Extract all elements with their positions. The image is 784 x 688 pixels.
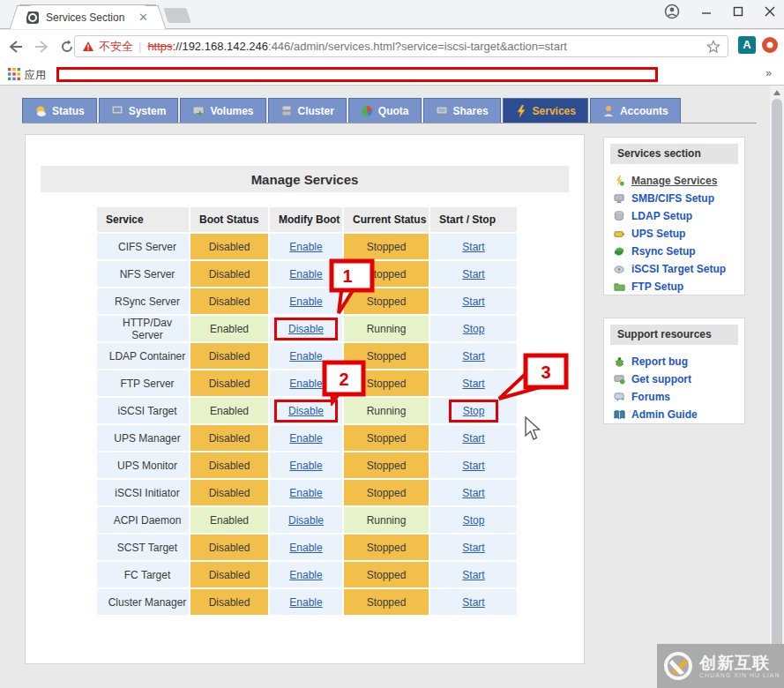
sidebar-item-label: Report bug — [631, 355, 688, 368]
start-link[interactable]: Start — [462, 241, 484, 253]
services-icon — [515, 105, 527, 117]
page-title: Manage Services — [41, 166, 569, 192]
enable-link[interactable]: Enable — [289, 268, 322, 280]
current-status-cell: Stopped — [344, 234, 429, 259]
sidebar-item-ldap-setup[interactable]: LDAP Setup — [610, 207, 738, 225]
nav-tab-quota[interactable]: Quota — [348, 98, 422, 123]
new-tab-button[interactable] — [163, 8, 191, 23]
bookmark-star-icon[interactable] — [706, 40, 721, 54]
nav-tab-shares[interactable]: Shares — [423, 98, 501, 123]
boot-status-cell: Disabled — [190, 480, 268, 505]
scroll-up-arrow[interactable] — [773, 90, 780, 95]
modify-boot-cell: Disable — [270, 507, 342, 533]
sidebar-item-manage-services[interactable]: Manage Services — [610, 172, 738, 190]
services-section-panel: Services section Manage ServicesSMB/CIFS… — [603, 137, 745, 295]
accounts-icon — [602, 105, 615, 117]
extension-circle-icon[interactable] — [761, 36, 779, 54]
stop-link[interactable]: Stop — [463, 405, 485, 417]
enable-link[interactable]: Enable — [289, 487, 322, 499]
nav-tab-label: Status — [52, 105, 85, 117]
start-link[interactable]: Start — [462, 542, 484, 554]
start-link[interactable]: Start — [462, 487, 484, 499]
bookmarks-apps-label[interactable]: 应用 — [25, 68, 46, 83]
nav-tab-accounts[interactable]: Accounts — [590, 98, 681, 123]
modify-boot-cell: Enable — [270, 480, 342, 505]
table-row: CIFS ServerDisabledEnableStoppedStart — [97, 234, 517, 259]
enable-link[interactable]: Enable — [289, 569, 322, 581]
forward-button[interactable] — [32, 37, 51, 56]
current-status-cell: Stopped — [344, 562, 429, 587]
browser-tab[interactable]: Services Section ✕ — [19, 4, 156, 29]
service-name-cell: LDAP Container — [97, 343, 189, 369]
sidebar-item-label: LDAP Setup — [631, 210, 692, 222]
enable-link[interactable]: Enable — [289, 295, 322, 308]
enable-link[interactable]: Enable — [289, 432, 322, 445]
nav-tab-volumes[interactable]: Volumes — [180, 98, 265, 123]
sidebar-item-ups-setup[interactable]: UPS Setup — [610, 225, 738, 243]
maximize-icon[interactable] — [733, 6, 743, 17]
boot-status-cell: Disabled — [190, 234, 268, 259]
profile-icon[interactable] — [664, 4, 680, 19]
sidebar-item-iscsi-target-setup[interactable]: iSCSI Target Setup — [610, 260, 738, 278]
start-link[interactable]: Start — [462, 569, 484, 581]
nav-tab-cluster[interactable]: Cluster — [268, 98, 347, 123]
bookmarks-overflow-chevron[interactable]: » — [765, 67, 772, 79]
start-stop-cell: Start — [430, 535, 517, 560]
address-bar[interactable]: 不安全 | https://192.168.142.246:446/admin/… — [74, 35, 728, 57]
services-section-title: Services section — [610, 144, 738, 164]
start-link[interactable]: Start — [462, 295, 484, 308]
enable-link[interactable]: Enable — [289, 596, 322, 609]
column-header: Modify Boot — [270, 207, 342, 232]
start-link[interactable]: Start — [462, 596, 484, 609]
boot-status-cell: Disabled — [190, 452, 268, 478]
start-link[interactable]: Start — [462, 350, 484, 363]
table-row: Cluster ManagerDisabledEnableStoppedStar… — [97, 589, 517, 615]
page-scrollbar[interactable] — [770, 86, 784, 688]
stop-link[interactable]: Stop — [463, 514, 485, 527]
nav-tab-status[interactable]: Status — [22, 98, 97, 123]
close-icon[interactable] — [765, 6, 775, 17]
sidebar-item-get-support[interactable]: Get support — [610, 370, 738, 388]
minimize-icon[interactable] — [701, 6, 712, 17]
sidebar-item-smb-cifs-setup[interactable]: SMB/CIFS Setup — [610, 190, 738, 207]
sidebar-item-forums[interactable]: Forums — [610, 388, 738, 406]
annotation-box: Stop — [449, 400, 499, 423]
modify-boot-cell: Enable — [270, 562, 342, 587]
enable-link[interactable]: Enable — [289, 460, 322, 472]
sidebar-item-ftp-setup[interactable]: FTP Setup — [610, 278, 738, 295]
disable-link[interactable]: Disable — [288, 323, 324, 335]
sidebar-item-rsync-setup[interactable]: Rsync Setup — [610, 243, 738, 260]
start-link[interactable]: Start — [462, 378, 484, 390]
ftp-icon — [614, 281, 625, 293]
disable-link[interactable]: Disable — [288, 514, 324, 527]
sidebar-item-admin-guide[interactable]: Admin Guide — [610, 406, 738, 423]
sidebar-item-report-bug[interactable]: Report bug — [610, 353, 738, 370]
disable-link[interactable]: Disable — [288, 405, 324, 417]
nav-tab-services[interactable]: Services — [503, 98, 588, 123]
enable-link[interactable]: Enable — [289, 241, 322, 253]
support-resources-title: Support resources — [610, 325, 738, 345]
stop-link[interactable]: Stop — [463, 323, 485, 335]
scrollbar-thumb[interactable] — [772, 99, 782, 657]
table-row: SCST TargetDisabledEnableStoppedStart — [97, 535, 517, 560]
service-name-cell: NFS Server — [97, 261, 189, 287]
enable-link[interactable]: Enable — [289, 542, 322, 554]
back-button[interactable] — [6, 37, 26, 56]
service-name-cell: FTP Server — [97, 370, 189, 396]
start-link[interactable]: Start — [462, 268, 484, 280]
apps-grid-icon[interactable] — [8, 68, 20, 80]
current-status-cell: Stopped — [344, 535, 429, 560]
service-name-cell: UPS Manager — [97, 425, 189, 451]
admin-guide-icon — [614, 409, 625, 421]
start-stop-cell: Start — [430, 589, 517, 615]
service-name-cell: FC Target — [97, 562, 189, 587]
start-stop-cell: Stop — [430, 316, 517, 341]
start-link[interactable]: Start — [462, 432, 484, 445]
support-resources-panel: Support resources Report bugGet supportF… — [603, 318, 745, 424]
start-link[interactable]: Start — [462, 460, 484, 472]
tab-close-icon[interactable]: ✕ — [137, 11, 150, 24]
nav-tab-system[interactable]: System — [99, 98, 179, 123]
table-row: UPS ManagerDisabledEnableStoppedStart — [97, 425, 517, 451]
extension-a-icon[interactable]: A — [738, 36, 756, 54]
column-header: Start / Stop — [430, 207, 517, 232]
